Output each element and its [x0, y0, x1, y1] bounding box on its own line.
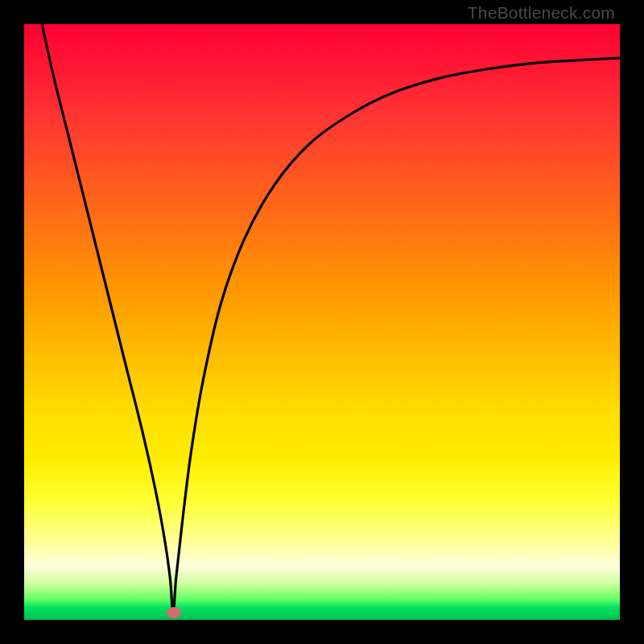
bottleneck-curve: [42, 24, 620, 614]
chart-frame: TheBottleneck.com: [0, 0, 644, 644]
curve-svg: [24, 24, 620, 620]
plot-area: [24, 24, 620, 620]
watermark-text: TheBottleneck.com: [468, 3, 615, 23]
min-marker: [167, 607, 181, 618]
